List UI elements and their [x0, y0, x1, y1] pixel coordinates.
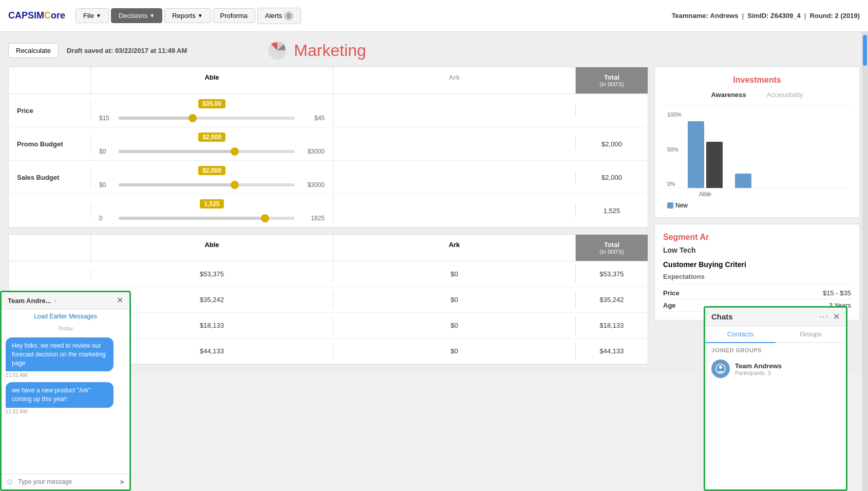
- table-header: Able Ark Total (In 000'S): [9, 67, 648, 94]
- chart-bars: 100% 50% 0%: [667, 111, 847, 188]
- group-avatar: [711, 360, 730, 378]
- chats-tabs: Contacts Groups: [705, 326, 846, 343]
- promo-badge: $2,000: [198, 133, 225, 142]
- right-scrollbar[interactable]: [862, 32, 868, 491]
- chat-bubble-2: we have a new product "Ark" coming up th…: [6, 382, 114, 408]
- toolbar: Recalculate Draft saved at: 03/22/2017 a…: [8, 40, 860, 61]
- group-name: Team Andrews: [735, 362, 782, 370]
- chart-legend: New: [667, 202, 847, 209]
- tab-accessibility[interactable]: Accessibility: [767, 91, 803, 101]
- table-row: $53,375 $0 $53,375: [9, 261, 648, 287]
- tab-awareness[interactable]: Awareness: [711, 91, 746, 101]
- chat-message-2: we have a new product "Ark" coming up th…: [6, 382, 125, 414]
- th2-ark: Ark: [333, 235, 576, 261]
- sales-slider-cell: $2,000 $0 $3000: [91, 162, 333, 193]
- load-earlier-link[interactable]: Load Earlier Messages: [34, 313, 97, 320]
- table-row: Price $35.00 $15 $45: [9, 94, 648, 127]
- chats-header-icons: ··· ✕: [819, 312, 840, 322]
- page-title-area: Marketing: [267, 40, 366, 61]
- chat-messages: Hey folks, we need to review our forecas…: [2, 333, 129, 474]
- price-total: [576, 104, 648, 117]
- able-bar-new: [688, 121, 704, 188]
- decisions-button[interactable]: Decisions ▼: [111, 8, 162, 23]
- proforma-button[interactable]: Proforma: [213, 8, 255, 23]
- chat-time-1: 11:51 AM: [6, 372, 125, 378]
- th2-able: Able: [91, 235, 333, 261]
- chat-send-icon[interactable]: ➤: [119, 478, 125, 486]
- table-row: Promo Budget $2,000 $0 $3000: [9, 127, 648, 161]
- th-ark: Ark: [333, 67, 576, 93]
- chat-message-input[interactable]: [18, 478, 115, 485]
- promo-thumb[interactable]: [231, 147, 239, 156]
- chat-popup-left: Team Andre... › ✕ Load Earlier Messages …: [0, 291, 131, 491]
- marketing-icon: [267, 40, 288, 61]
- chat-today-label: Today: [2, 323, 129, 333]
- row4-slider-cell: 1,525 0 1825: [91, 195, 333, 226]
- chat-close-left[interactable]: ✕: [117, 296, 123, 305]
- price-slider-cell: $35.00 $15 $45: [91, 95, 333, 126]
- chat-bubble-1: Hey folks, we need to review our forecas…: [6, 337, 114, 371]
- th2-empty: [9, 235, 91, 261]
- row4-ark-value: [333, 204, 576, 217]
- main-table: Able Ark Total (In 000'S) Price $35.00 $…: [8, 67, 648, 228]
- row4-thumb[interactable]: [261, 214, 269, 222]
- criteria-price-value: $15 - $35: [823, 289, 851, 297]
- logo: CAPSIMCore: [8, 10, 65, 21]
- promo-ark-value: [333, 138, 576, 150]
- criteria-price-label: Price: [663, 289, 680, 297]
- price-ark-value: [333, 104, 576, 117]
- chat-emoji-icon[interactable]: ☺: [6, 477, 14, 486]
- tab-groups[interactable]: Groups: [776, 326, 846, 342]
- reports-button[interactable]: Reports ▼: [164, 8, 210, 23]
- chat-time-2: 11:52 AM: [6, 409, 125, 414]
- group-avatar-icon: [715, 364, 726, 374]
- chats-options-button[interactable]: ···: [819, 312, 829, 322]
- promo-total: $2,000: [576, 134, 648, 154]
- row-price-label: Price: [9, 101, 91, 121]
- table-row: 1,525 0 1825 1,525: [9, 194, 648, 228]
- draft-info: Draft saved at: 03/22/2017 at 11:49 AM: [67, 47, 187, 54]
- x-axis-labels: Able: [667, 191, 847, 198]
- investments-tabs: Awareness Accessibility: [663, 91, 851, 105]
- navbar: CAPSIMCore File ▼ Decisions ▼ Reports ▼ …: [0, 0, 868, 32]
- sales-ark-value: [333, 171, 576, 183]
- chart-container: 100% 50% 0%: [663, 111, 851, 209]
- investments-title: Investments: [663, 75, 851, 85]
- price-slider[interactable]: $15 $45: [99, 115, 325, 122]
- chat-load-earlier: Load Earlier Messages: [2, 309, 129, 323]
- sales-thumb[interactable]: [231, 181, 239, 189]
- x-label-able: Able: [688, 191, 723, 198]
- criteria-age-label: Age: [663, 301, 676, 309]
- chat-popup-right: Chats ··· ✕ Contacts Groups JOINED GROUP…: [704, 306, 847, 491]
- svg-point-2: [719, 366, 722, 369]
- tab-contacts[interactable]: Contacts: [705, 326, 776, 343]
- price-thumb[interactable]: [188, 114, 197, 122]
- group-participants: Participants: 3: [735, 370, 782, 376]
- recalculate-button[interactable]: Recalculate: [8, 43, 59, 58]
- ark-bar-new: [735, 174, 751, 188]
- chat-close-right[interactable]: ✕: [833, 312, 840, 322]
- sales-slider[interactable]: $0 $3000: [99, 181, 325, 188]
- legend-new-dot: [667, 202, 673, 209]
- group-info: Team Andrews Participants: 3: [735, 362, 782, 376]
- ark-bar-group: [735, 174, 751, 188]
- group-item-andrews[interactable]: Team Andrews Participants: 3: [705, 355, 846, 382]
- row-sales-label: Sales Budget: [9, 167, 91, 187]
- able-bar-old: [706, 142, 723, 188]
- promo-slider[interactable]: $0 $3000: [99, 148, 325, 155]
- alerts-button[interactable]: Alerts 0: [257, 8, 301, 24]
- scrollbar-thumb[interactable]: [863, 35, 867, 66]
- row4-slider[interactable]: 0 1825: [99, 215, 325, 222]
- sales-badge: $2,000: [198, 166, 225, 175]
- chat-expand-arrow[interactable]: ›: [54, 297, 56, 304]
- sales-total: $2,000: [576, 167, 648, 187]
- row4-badge: 1,525: [200, 199, 223, 209]
- chat-header-left: Team Andre... › ✕: [2, 292, 129, 309]
- chat-title-area: Team Andre... ›: [8, 297, 56, 305]
- criteria-price-row: Price $15 - $35: [663, 287, 851, 299]
- file-button[interactable]: File ▼: [76, 8, 109, 23]
- alerts-badge: 0: [284, 11, 293, 21]
- row-4-label: [9, 204, 91, 217]
- team-info: Teamname: Andrews | SimID: Z64309_4 | Ro…: [672, 12, 860, 20]
- th-empty: [9, 67, 91, 93]
